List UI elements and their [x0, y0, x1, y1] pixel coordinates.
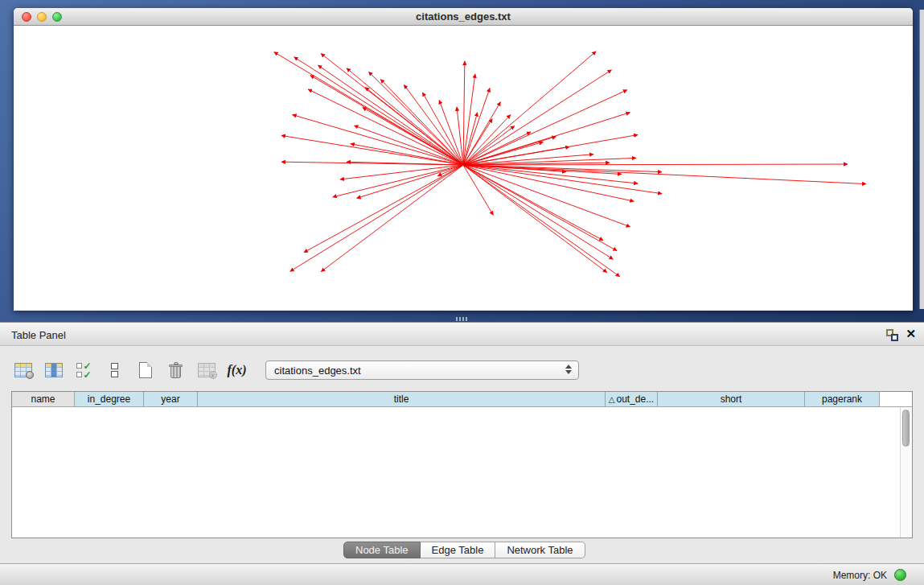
network-canvas-svg[interactable]	[14, 27, 913, 311]
network-canvas[interactable]	[14, 27, 913, 311]
show-columns-button[interactable]	[40, 357, 67, 384]
table-panel: Table Panel ✕ ✓ ✓ x	[0, 322, 924, 585]
graph-edge	[281, 135, 463, 165]
graph-edge	[463, 165, 607, 273]
graph-edge	[333, 165, 463, 197]
column-header-filler	[880, 392, 912, 406]
tab-node-table[interactable]: Node Table	[343, 542, 421, 558]
window-title: citations_edges.txt	[14, 8, 913, 25]
tab-edge-table[interactable]: Edge Table	[421, 542, 496, 558]
graph-edge	[304, 165, 463, 253]
graph-edge	[463, 165, 493, 215]
table-selector-dropdown[interactable]: citations_edges.txt	[265, 360, 579, 380]
new-file-button[interactable]	[132, 357, 158, 384]
memory-status-label: Memory: OK	[833, 570, 887, 581]
column-header-name[interactable]: name	[12, 392, 75, 406]
graph-edge	[463, 165, 617, 251]
delete-table-button[interactable]: x	[193, 357, 220, 384]
graph-edge	[463, 165, 866, 184]
trash-icon	[169, 362, 183, 378]
tab-network-table[interactable]: Network Table	[495, 542, 585, 558]
zoom-window-icon[interactable]	[52, 12, 62, 22]
delete-table-icon: x	[198, 363, 216, 377]
graph-edge	[363, 107, 463, 165]
graph-edge	[463, 165, 662, 194]
graph-edge	[463, 74, 475, 165]
graph-edge	[340, 165, 463, 179]
network-desktop: citations_edges.txt	[0, 0, 924, 322]
column-header-in-degree[interactable]: in_degree	[75, 392, 144, 406]
graph-edge	[354, 126, 463, 165]
sort-ascending-icon: △	[609, 395, 615, 404]
graph-edge	[321, 54, 463, 165]
graph-edge	[463, 61, 465, 165]
minimize-window-icon[interactable]	[37, 12, 47, 22]
graph-edge	[321, 165, 463, 272]
table-header-row: name in_degree year title △out_de... sho…	[12, 392, 912, 407]
show-columns-icon	[45, 363, 63, 377]
table-toolbar: ✓ ✓ x f(x) citations_edges.txt	[10, 354, 579, 386]
status-bar: Memory: OK	[0, 563, 924, 585]
table-settings-icon	[14, 363, 32, 377]
table-panel-title: Table Panel	[11, 329, 66, 341]
graph-edge	[463, 126, 515, 165]
column-header-out-degree[interactable]: △out_de...	[606, 392, 658, 406]
close-icon[interactable]: ✕	[906, 327, 916, 341]
graph-edge	[318, 65, 463, 165]
graph-edge	[463, 135, 638, 165]
new-file-icon	[139, 362, 152, 378]
graph-edge	[274, 52, 463, 165]
table-panel-titlebar: Table Panel ✕	[0, 322, 924, 346]
window-titlebar[interactable]: citations_edges.txt	[14, 8, 913, 26]
table-tabs: Node Table Edge Table Network Table	[343, 542, 585, 558]
edges-layer	[274, 51, 866, 277]
table-scrollbar-thumb[interactable]	[902, 410, 910, 447]
column-header-title[interactable]: title	[198, 392, 606, 406]
table-scrollbar[interactable]	[900, 407, 912, 538]
float-window-icon[interactable]	[886, 329, 898, 341]
node-table: name in_degree year title △out_de... sho…	[11, 391, 913, 538]
column-header-pagerank[interactable]: pagerank	[805, 392, 880, 406]
select-columns-button[interactable]: ✓ ✓	[71, 357, 97, 384]
function-builder-icon: f(x)	[228, 363, 247, 377]
select-columns-icon: ✓ ✓	[76, 361, 91, 379]
column-header-year[interactable]: year	[144, 392, 198, 406]
collapsed-side-panel	[919, 10, 924, 309]
dropdown-arrows-icon	[565, 365, 572, 374]
delete-button[interactable]	[162, 357, 189, 384]
close-window-icon[interactable]	[22, 12, 31, 22]
panel-splitter-grip[interactable]	[456, 317, 467, 321]
function-builder-button[interactable]: f(x)	[224, 357, 250, 384]
table-settings-button[interactable]	[10, 357, 36, 384]
row-tools-icon	[111, 363, 118, 377]
network-window: citations_edges.txt	[14, 8, 913, 311]
traffic-lights	[22, 12, 62, 22]
table-selector-value: citations_edges.txt	[274, 365, 361, 377]
column-header-short[interactable]: short	[658, 392, 805, 406]
graph-edge	[463, 90, 627, 165]
graph-edge	[357, 165, 463, 198]
graph-edge	[463, 70, 611, 165]
graph-edge	[290, 165, 463, 271]
row-tools-button[interactable]	[101, 357, 128, 384]
memory-status-icon[interactable]	[894, 569, 906, 581]
